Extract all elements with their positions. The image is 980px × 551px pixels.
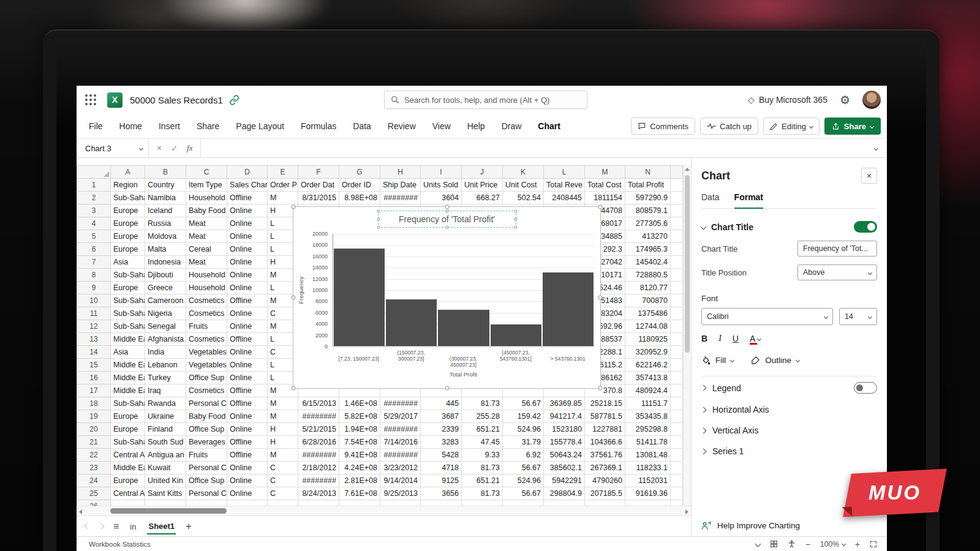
cancel-entry-icon[interactable]: ×: [157, 143, 162, 153]
cell[interactable]: ########: [298, 410, 339, 423]
account-avatar[interactable]: [862, 91, 881, 109]
cell[interactable]: Iceland: [145, 204, 186, 217]
cell[interactable]: [671, 217, 683, 230]
cell[interactable]: Europe: [111, 474, 145, 487]
pane-close-button[interactable]: ×: [861, 168, 877, 184]
select-all-button[interactable]: [77, 166, 111, 179]
cell[interactable]: Vegetables: [186, 359, 227, 372]
cell[interactable]: [671, 372, 683, 384]
cell[interactable]: Middle Ea: [111, 372, 145, 384]
cell[interactable]: 8/24/2013: [298, 487, 339, 500]
cell[interactable]: Office Sup: [186, 372, 227, 384]
cell[interactable]: Cosmetics: [186, 333, 227, 346]
cell[interactable]: Nigeria: [145, 307, 186, 320]
cell[interactable]: South Sud: [145, 436, 186, 449]
cell[interactable]: 4718: [421, 462, 462, 474]
cell[interactable]: [625, 500, 671, 506]
cell[interactable]: [145, 500, 186, 506]
cell[interactable]: Vegetables: [186, 346, 227, 359]
cell[interactable]: [186, 500, 227, 506]
chart-bar[interactable]: [386, 299, 437, 346]
row-header-6[interactable]: 6: [77, 243, 111, 256]
cell[interactable]: Online: [227, 269, 268, 282]
cell[interactable]: 36369.85: [544, 397, 585, 410]
next-sheet-arrow[interactable]: [99, 523, 105, 530]
chart-title-toggle[interactable]: [854, 221, 877, 233]
cell[interactable]: H: [268, 436, 298, 449]
cell[interactable]: 255.28: [462, 410, 503, 423]
cell[interactable]: 155778.4: [544, 436, 585, 449]
cell[interactable]: C: [268, 487, 298, 500]
cell[interactable]: 1375486: [625, 307, 671, 320]
menu-item-file[interactable]: File: [89, 121, 103, 131]
cell[interactable]: Online: [227, 474, 268, 487]
cell[interactable]: Europe: [111, 282, 145, 294]
legend-toggle[interactable]: [854, 382, 877, 394]
cell[interactable]: [268, 500, 298, 506]
menu-item-formulas[interactable]: Formulas: [301, 121, 336, 131]
cell[interactable]: Units Sold: [421, 179, 462, 192]
cell[interactable]: [339, 500, 380, 506]
cell[interactable]: 8120.77: [625, 282, 671, 294]
cell[interactable]: Online: [227, 320, 268, 333]
row-header-13[interactable]: 13: [77, 333, 111, 346]
cell[interactable]: 6/28/2016: [298, 436, 339, 449]
cell[interactable]: 267369.1: [585, 462, 625, 474]
cell[interactable]: Online: [227, 282, 268, 294]
cell[interactable]: Asia: [111, 346, 145, 359]
cell[interactable]: 47.45: [462, 436, 503, 449]
cell[interactable]: Online: [227, 230, 268, 243]
column-header-d[interactable]: D: [227, 166, 268, 179]
cell[interactable]: Offline: [227, 192, 268, 204]
cell[interactable]: Online: [227, 217, 268, 230]
cell[interactable]: Europe: [111, 230, 145, 243]
cell[interactable]: 25218.15: [585, 397, 625, 410]
help-improve-charting-link[interactable]: Help Improve Charting: [701, 521, 800, 530]
cell[interactable]: 651.21: [462, 423, 503, 436]
cell[interactable]: [671, 384, 683, 397]
cell[interactable]: [544, 500, 585, 506]
cell[interactable]: 31.79: [503, 436, 544, 449]
excel-logo-icon[interactable]: X: [107, 92, 123, 108]
cell[interactable]: 5428: [421, 449, 462, 462]
cell[interactable]: 298804.9: [544, 487, 585, 500]
expand-formula-bar-icon[interactable]: [865, 139, 887, 157]
selection-handle[interactable]: [514, 218, 517, 221]
cell[interactable]: Cosmetics: [186, 384, 227, 397]
horizontal-scrollbar[interactable]: [77, 506, 691, 515]
cell[interactable]: Order Dat: [298, 179, 339, 192]
selection-handle[interactable]: [292, 205, 296, 209]
cell[interactable]: 445: [421, 397, 462, 410]
selection-handle[interactable]: [377, 210, 380, 213]
menu-item-share[interactable]: Share: [197, 121, 219, 131]
column-header-l[interactable]: L: [544, 166, 585, 179]
fullscreen-icon[interactable]: [870, 541, 877, 548]
cell[interactable]: Cosmetics: [186, 294, 227, 307]
cell[interactable]: Europe: [111, 243, 145, 256]
cell[interactable]: [503, 500, 544, 506]
cell[interactable]: 6.92: [503, 449, 544, 462]
cell[interactable]: Household: [186, 282, 227, 294]
selection-handle[interactable]: [514, 226, 517, 229]
cell[interactable]: 104366.6: [585, 436, 625, 449]
cell[interactable]: Turkey: [145, 372, 186, 384]
row-header-10[interactable]: 10: [77, 294, 111, 307]
cell[interactable]: [585, 500, 625, 506]
cell[interactable]: Online: [227, 307, 268, 320]
cell[interactable]: Senegal: [145, 320, 186, 333]
cell[interactable]: 385602.1: [544, 462, 585, 474]
cell[interactable]: Household: [186, 192, 227, 204]
column-header-j[interactable]: J: [462, 166, 503, 179]
column-header-k[interactable]: K: [503, 166, 544, 179]
cell[interactable]: ########: [380, 192, 421, 204]
all-sheets-icon[interactable]: ≡: [113, 521, 119, 532]
cell[interactable]: Country: [145, 179, 186, 192]
font-family-select[interactable]: Calibri: [701, 308, 833, 325]
cell[interactable]: 1811154: [585, 192, 625, 204]
cell[interactable]: 587781.5: [585, 410, 625, 423]
cell[interactable]: Rwanda: [145, 397, 186, 410]
cell[interactable]: 13081.48: [625, 449, 671, 462]
cell[interactable]: 81.73: [462, 487, 503, 500]
cell[interactable]: [671, 500, 683, 506]
cell[interactable]: Central An: [111, 449, 145, 462]
